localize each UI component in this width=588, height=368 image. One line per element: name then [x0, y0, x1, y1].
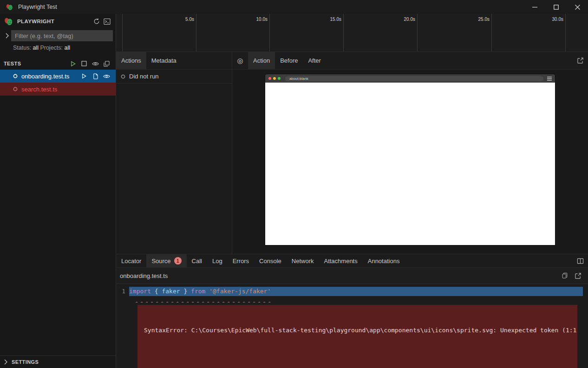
- tab-before[interactable]: Before: [275, 52, 303, 69]
- tab-label: Console: [259, 258, 281, 265]
- settings-label: SETTINGS: [12, 359, 39, 365]
- chevron-right-icon: [4, 359, 8, 365]
- collapse-all-icon[interactable]: [101, 58, 112, 69]
- timeline-gridline: [122, 14, 123, 52]
- chevron-right-icon[interactable]: [3, 33, 11, 39]
- timeline-tick-label: 15.0s: [315, 17, 341, 22]
- actions-panel: ActionsMetadata Did not run: [116, 52, 232, 254]
- source-file-name: onboarding.test.ts: [120, 272, 168, 279]
- preview-tabbar: ◎ ActionBeforeAfter: [232, 52, 588, 70]
- status-label: Status:: [13, 45, 31, 51]
- browser-chrome: about:blank: [265, 74, 555, 83]
- timeline-gridline: [269, 14, 270, 52]
- app-title: Playwright Test: [18, 4, 57, 10]
- timeline-tick-label: 5.0s: [168, 17, 194, 22]
- projects-label: Projects:: [40, 45, 63, 51]
- line-number: 1: [116, 287, 129, 296]
- tab-annotations[interactable]: Annotations: [363, 254, 405, 267]
- projects-value[interactable]: all: [65, 45, 71, 51]
- tab-locator[interactable]: Locator: [116, 254, 146, 267]
- test-file-name: search.test.ts: [21, 86, 112, 93]
- close-button[interactable]: [567, 0, 588, 14]
- test-row-onboarding[interactable]: onboarding.test.ts: [0, 70, 116, 83]
- title-bar: Playwright Test: [0, 0, 588, 14]
- minimize-button[interactable]: [524, 0, 545, 14]
- tab-attachments[interactable]: Attachments: [319, 254, 362, 267]
- source-line-1[interactable]: 1 import { faker } from '@faker-js/faker…: [116, 287, 588, 296]
- tab-action[interactable]: Action: [248, 52, 275, 69]
- timeline-tick-label: 25.0s: [464, 17, 490, 22]
- watch-all-icon[interactable]: [90, 58, 101, 69]
- tab-badge: 1: [174, 257, 182, 265]
- preview-panel: ◎ ActionBeforeAfter: [232, 52, 588, 254]
- playwright-section-header: PLAYWRIGHT: [0, 14, 116, 29]
- browser-url: about:blank: [289, 77, 308, 81]
- refresh-icon[interactable]: [91, 16, 102, 26]
- code-token: faker: [162, 288, 180, 295]
- browser-preview-area: about:blank: [232, 70, 588, 254]
- traffic-light-yellow: [273, 77, 276, 80]
- filter-input[interactable]: [11, 30, 113, 41]
- tab-source[interactable]: Source1: [146, 254, 186, 267]
- sidebar: PLAYWRIGHT Status: all Projects:: [0, 14, 116, 368]
- tab-label: Annotations: [368, 258, 400, 265]
- code-token: }: [180, 288, 191, 295]
- code-token: {: [151, 288, 162, 295]
- show-source-icon[interactable]: [90, 71, 101, 81]
- source-code-area[interactable]: 1 import { faker } from '@faker-js/faker…: [116, 284, 588, 368]
- test-status-circle-icon: [13, 87, 18, 91]
- terminal-icon[interactable]: [102, 16, 112, 26]
- tab-console[interactable]: Console: [254, 254, 287, 267]
- status-circle-icon: [121, 74, 125, 79]
- test-row-search[interactable]: search.test.ts: [0, 83, 116, 96]
- did-not-run-item[interactable]: Did not run: [116, 70, 232, 84]
- tab-actions[interactable]: Actions: [116, 52, 146, 69]
- pick-locator-icon[interactable]: ◎: [232, 52, 248, 69]
- tab-label: Attachments: [324, 258, 357, 265]
- tab-after[interactable]: After: [303, 52, 326, 69]
- error-squiggle-row: xxxxxxxxxxxxxxxxxxxxxxxxxxxxxxxxxxxxxxxx…: [116, 296, 588, 299]
- settings-section-header[interactable]: SETTINGS: [0, 355, 116, 368]
- maximize-button[interactable]: [545, 0, 567, 14]
- copy-icon[interactable]: [558, 272, 571, 279]
- tab-label: Call: [192, 258, 202, 265]
- address-bar: about:blank: [285, 76, 543, 81]
- error-squiggle: xxxxxxxxxxxxxxxxxxxxxxxxxxxxxxxxxxxxxxxx…: [133, 296, 272, 303]
- timeline-gridline: [565, 14, 566, 52]
- tab-network[interactable]: Network: [287, 254, 319, 267]
- run-all-icon[interactable]: [67, 58, 78, 69]
- browser-menu-icon: [547, 77, 552, 81]
- tab-label: Actions: [121, 57, 141, 64]
- stop-icon[interactable]: [78, 58, 90, 69]
- open-external-icon[interactable]: [572, 52, 588, 69]
- split-view-icon[interactable]: [572, 254, 588, 267]
- timeline-tick-label: 10.0s: [242, 17, 268, 22]
- tab-metadata[interactable]: Metadata: [146, 52, 182, 69]
- timeline[interactable]: 5.0s10.0s15.0s20.0s25.0s30.0s: [116, 14, 588, 52]
- tab-label: Locator: [121, 258, 141, 265]
- tab-label: Action: [253, 57, 270, 64]
- error-message: SyntaxError: C:\Courses\EpicWeb\full-sta…: [144, 326, 571, 335]
- error-box: SyntaxError: C:\Courses\EpicWeb\full-sta…: [137, 305, 577, 368]
- run-test-icon[interactable]: [78, 71, 90, 81]
- tab-log[interactable]: Log: [207, 254, 228, 267]
- did-not-run-label: Did not run: [129, 73, 159, 80]
- tab-label: Metadata: [151, 57, 176, 64]
- tests-section-header: TESTS: [0, 58, 116, 70]
- code-token: import: [129, 288, 151, 295]
- details-tabbar: LocatorSource1CallLogErrorsConsoleNetwor…: [116, 254, 588, 268]
- tab-label: Log: [212, 258, 222, 265]
- watch-test-icon[interactable]: [101, 71, 112, 81]
- open-external-icon[interactable]: [571, 272, 584, 279]
- tab-call[interactable]: Call: [187, 254, 207, 267]
- tab-label: Network: [292, 258, 314, 265]
- timeline-gridline: [417, 14, 418, 52]
- actions-tabbar: ActionsMetadata: [116, 52, 232, 70]
- details-panel: LocatorSource1CallLogErrorsConsoleNetwor…: [116, 254, 588, 368]
- code-token: from: [191, 288, 205, 295]
- test-status-circle-icon: [13, 74, 18, 78]
- browser-page: [265, 83, 555, 245]
- status-row: Status: all Projects: all: [0, 43, 116, 54]
- tab-errors[interactable]: Errors: [228, 254, 254, 267]
- status-value[interactable]: all: [33, 45, 39, 51]
